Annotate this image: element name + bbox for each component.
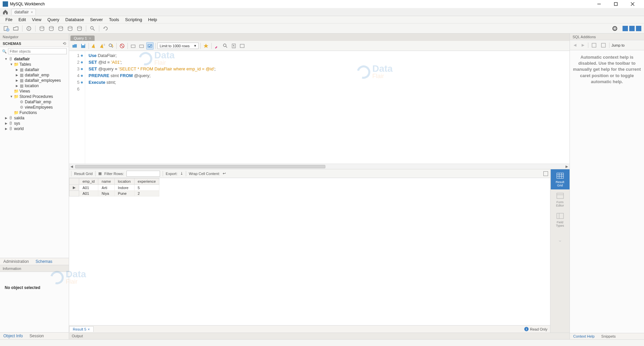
toggle-panel-icon[interactable] bbox=[543, 171, 548, 176]
schema-item[interactable]: ▶🛢sakila bbox=[0, 115, 69, 121]
back-icon[interactable]: ◀ bbox=[572, 43, 578, 47]
minimize-button[interactable] bbox=[594, 0, 604, 8]
tab-schemas[interactable]: Schemas bbox=[32, 258, 56, 265]
results-main: Result Grid ▦ Filter Rows: Export: ⤓ Wra… bbox=[69, 169, 550, 333]
schema-item[interactable]: ▶🛢sys bbox=[0, 121, 69, 126]
editor-scrollbar[interactable]: ◀▶ bbox=[69, 164, 570, 169]
tables-folder[interactable]: ▼📁Tables bbox=[0, 62, 69, 67]
menu-file[interactable]: File bbox=[3, 16, 15, 23]
menu-tools[interactable]: Tools bbox=[106, 16, 122, 23]
svg-rect-30 bbox=[140, 45, 144, 48]
editor-tab[interactable]: Query 1 × bbox=[70, 36, 95, 41]
table-item[interactable]: ▶▦location bbox=[0, 83, 69, 89]
autocommit-toggle[interactable] bbox=[146, 42, 154, 50]
sp-folder[interactable]: ▼📁Stored Procedures bbox=[0, 94, 69, 99]
procedure-item[interactable]: ⚙viewEmployees bbox=[0, 105, 69, 110]
field-types-button[interactable]: Field Types bbox=[551, 210, 570, 230]
schema-item[interactable]: ▶🛢world bbox=[0, 126, 69, 131]
window-controls bbox=[594, 0, 641, 8]
db-icon-2[interactable] bbox=[48, 25, 55, 32]
views-folder[interactable]: 📁Views bbox=[0, 89, 69, 94]
connection-tab[interactable]: dataflair × bbox=[11, 9, 36, 15]
limit-rows-combo[interactable]: Limit to 1000 rows ▾ bbox=[157, 43, 199, 49]
information-section: Information DataFlair No object selected… bbox=[0, 265, 69, 339]
db-icon-1[interactable] bbox=[38, 25, 46, 32]
beautify-icon[interactable] bbox=[213, 42, 221, 50]
help-cursor-icon[interactable] bbox=[590, 42, 598, 49]
jump-to-label[interactable]: Jump to bbox=[611, 43, 625, 47]
close-button[interactable] bbox=[627, 0, 638, 8]
code-editor[interactable]: 123456 DataFlair DataFlair Use DataFlair… bbox=[69, 51, 570, 164]
menu-scripting[interactable]: Scripting bbox=[122, 16, 145, 23]
stop-icon[interactable] bbox=[118, 42, 126, 50]
result-grid-button[interactable]: Result Grid bbox=[551, 169, 570, 189]
scroll-down-button[interactable]: ⌄ bbox=[551, 230, 570, 250]
forward-icon[interactable]: ▶ bbox=[580, 43, 586, 47]
chevron-down-icon: ▾ bbox=[194, 44, 196, 48]
panel-right-toggle[interactable] bbox=[636, 26, 641, 31]
wrap-lines-icon[interactable] bbox=[238, 42, 246, 50]
functions-folder[interactable]: 📁Functions bbox=[0, 110, 69, 115]
table-item[interactable]: ▶▦dataflair_emp bbox=[0, 72, 69, 78]
svg-rect-1 bbox=[614, 3, 618, 6]
db-icon-4[interactable] bbox=[66, 25, 74, 32]
close-icon[interactable]: × bbox=[89, 36, 91, 40]
reconnect-icon[interactable] bbox=[102, 25, 109, 32]
menu-server[interactable]: Server bbox=[87, 16, 105, 23]
panel-left-toggle[interactable] bbox=[623, 26, 628, 31]
help-auto-icon[interactable] bbox=[600, 42, 607, 49]
tab-session[interactable]: Session bbox=[26, 333, 47, 339]
export-icon[interactable]: ⤓ bbox=[180, 171, 183, 176]
inspector-icon[interactable]: i bbox=[25, 25, 33, 32]
db-icon-3[interactable] bbox=[57, 25, 64, 32]
table-item[interactable]: ▶▦dataflair bbox=[0, 67, 69, 72]
maximize-button[interactable] bbox=[610, 0, 621, 8]
filter-rows-input[interactable] bbox=[126, 171, 160, 177]
tab-administration[interactable]: Administration bbox=[0, 258, 32, 265]
result-tab[interactable]: Result 5 × bbox=[69, 326, 94, 332]
invisible-chars-icon[interactable]: ¶ bbox=[230, 42, 237, 50]
search-tool-icon[interactable] bbox=[89, 25, 96, 32]
close-icon[interactable]: × bbox=[31, 10, 33, 14]
panel-bottom-toggle[interactable] bbox=[629, 26, 635, 31]
commit-icon[interactable] bbox=[129, 42, 137, 50]
filter-input[interactable] bbox=[8, 48, 67, 54]
info-title: Information bbox=[3, 267, 21, 271]
settings-gear-icon[interactable] bbox=[611, 25, 619, 32]
menu-view[interactable]: View bbox=[29, 16, 44, 23]
schema-dataflair[interactable]: ▼🛢dataflair bbox=[0, 56, 69, 62]
sql-additions-panel: SQL Additions ◀ ▶ Jump to Automatic cont… bbox=[570, 34, 644, 339]
svg-line-16 bbox=[93, 29, 95, 31]
menu-help[interactable]: Help bbox=[146, 16, 160, 23]
tab-snippets[interactable]: Snippets bbox=[598, 333, 619, 339]
code-area[interactable]: DataFlair DataFlair Use DataFlair;SET @i… bbox=[85, 51, 570, 164]
open-sql-file-icon[interactable] bbox=[12, 25, 19, 32]
menu-query[interactable]: Query bbox=[45, 16, 62, 23]
rollback-icon[interactable] bbox=[138, 42, 145, 50]
result-grid-label: Result Grid bbox=[74, 172, 93, 176]
schema-tree[interactable]: ▼🛢dataflair ▼📁Tables ▶▦dataflair ▶▦dataf… bbox=[0, 56, 69, 258]
table-item[interactable]: ▶▦dataflair_employees bbox=[0, 78, 69, 83]
execute-icon[interactable] bbox=[91, 42, 98, 50]
wrap-cell-icon[interactable]: ↩ bbox=[223, 171, 226, 176]
execute-current-icon[interactable] bbox=[99, 42, 106, 50]
close-icon[interactable]: × bbox=[88, 327, 90, 331]
favorite-icon[interactable] bbox=[202, 42, 210, 50]
form-editor-button[interactable]: Form Editor bbox=[551, 189, 570, 210]
menu-edit[interactable]: Edit bbox=[16, 16, 29, 23]
menu-database[interactable]: Database bbox=[63, 16, 87, 23]
explain-icon[interactable] bbox=[107, 42, 115, 50]
result-grid[interactable]: emp_idnamelocationexperience▶A01ArtiIndo… bbox=[69, 178, 550, 325]
procedure-item[interactable]: ⚙DataFlair_emp bbox=[0, 99, 69, 105]
find-icon[interactable] bbox=[222, 42, 229, 50]
refresh-icon[interactable]: ⟲ bbox=[63, 41, 66, 46]
tab-context-help[interactable]: Context Help bbox=[570, 333, 598, 339]
tab-object-info[interactable]: Object Info bbox=[0, 333, 26, 339]
db-icon-5[interactable] bbox=[76, 25, 83, 32]
svg-point-14 bbox=[77, 26, 82, 28]
new-sql-tab-icon[interactable] bbox=[3, 25, 10, 32]
save-icon[interactable] bbox=[79, 42, 87, 50]
open-file-icon[interactable] bbox=[71, 42, 78, 50]
grid-view-icon[interactable]: ▦ bbox=[98, 171, 102, 176]
home-icon[interactable] bbox=[2, 9, 9, 15]
